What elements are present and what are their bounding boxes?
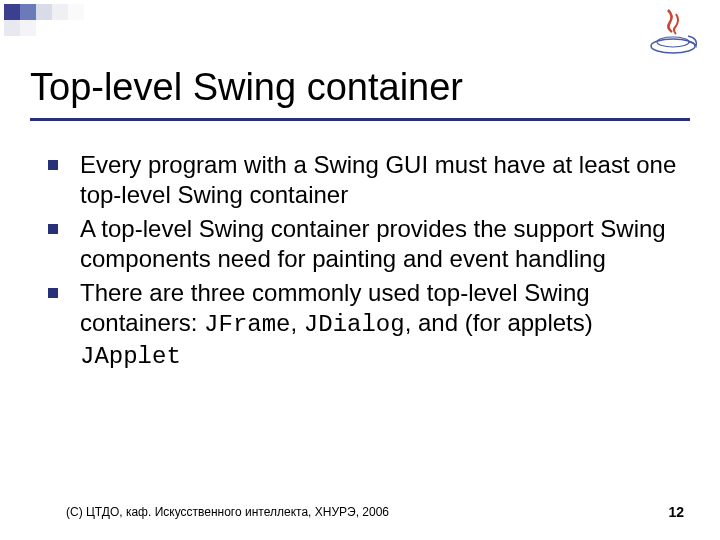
list-item: There are three commonly used top-level … — [48, 278, 680, 372]
footer-copyright: (С) ЦТДО, каф. Искусственного интеллекта… — [66, 505, 389, 519]
square-icon — [36, 4, 52, 20]
square-icon — [20, 20, 36, 36]
square-icon — [4, 20, 20, 36]
list-item: Every program with a Swing GUI must have… — [48, 150, 680, 210]
slide-number: 12 — [668, 504, 684, 520]
title-underline — [30, 118, 690, 121]
bullet-text: Every program with a Swing GUI must have… — [80, 150, 680, 210]
square-icon — [4, 4, 20, 20]
slide-title: Top-level Swing container — [30, 66, 463, 109]
list-item: A top-level Swing container provides the… — [48, 214, 680, 274]
bullet-icon — [48, 224, 58, 234]
java-logo-icon — [644, 6, 702, 56]
square-icon — [52, 4, 68, 20]
decoration-squares-row2 — [4, 20, 36, 36]
slide-content: Every program with a Swing GUI must have… — [48, 150, 680, 376]
bullet-text: There are three commonly used top-level … — [80, 278, 680, 372]
decoration-squares-row1 — [4, 4, 84, 20]
bullet-icon — [48, 288, 58, 298]
square-icon — [68, 4, 84, 20]
square-icon — [20, 4, 36, 20]
slide-footer: (С) ЦТДО, каф. Искусственного интеллекта… — [0, 504, 720, 520]
bullet-text: A top-level Swing container provides the… — [80, 214, 680, 274]
bullet-icon — [48, 160, 58, 170]
